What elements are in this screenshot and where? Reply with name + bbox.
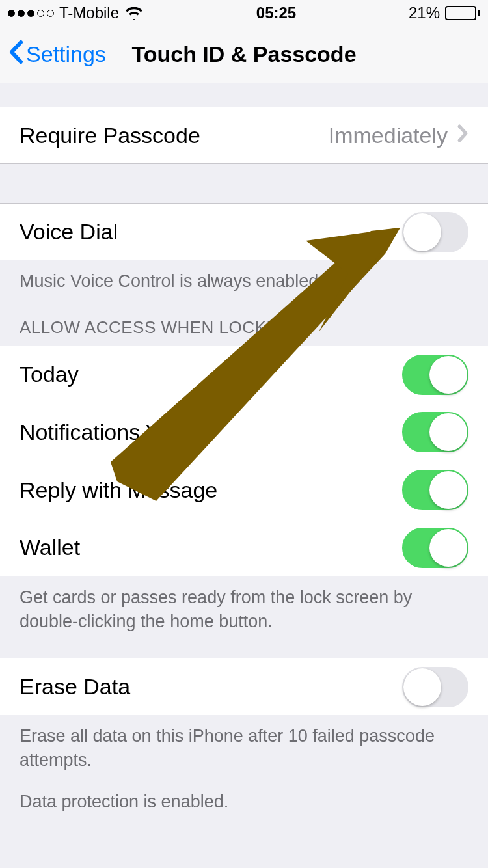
require-passcode-value: Immediately bbox=[329, 123, 448, 148]
wifi-icon bbox=[124, 6, 144, 20]
erase-data-footer-2: Data protection is enabled. bbox=[0, 777, 488, 819]
voice-dial-footer: Music Voice Control is always enabled. bbox=[0, 260, 488, 298]
allow-access-item-label: Today bbox=[20, 362, 402, 387]
battery-icon bbox=[445, 6, 480, 20]
erase-data-row: Erase Data bbox=[0, 658, 488, 715]
voice-dial-label: Voice Dial bbox=[20, 219, 402, 245]
status-clock: 05:25 bbox=[256, 4, 296, 22]
navigation-bar: Settings Touch ID & Passcode bbox=[0, 26, 488, 83]
allow-access-header: ALLOW ACCESS WHEN LOCKED: bbox=[0, 298, 488, 346]
carrier-label: T-Mobile bbox=[59, 4, 119, 22]
back-button-label: Settings bbox=[26, 42, 106, 67]
chevron-left-icon bbox=[8, 40, 23, 70]
allow-access-row: Wallet bbox=[0, 519, 488, 576]
allow-access-row: Today bbox=[0, 346, 488, 403]
status-bar: T-Mobile 05:25 21% bbox=[0, 0, 488, 26]
chevron-right-icon bbox=[457, 123, 468, 148]
allow-access-item-toggle[interactable] bbox=[402, 355, 468, 395]
voice-dial-row: Voice Dial bbox=[0, 203, 488, 260]
erase-data-toggle[interactable] bbox=[402, 667, 468, 707]
signal-strength-icon bbox=[8, 10, 54, 17]
voice-dial-toggle[interactable] bbox=[402, 212, 468, 252]
allow-access-row: Notifications View bbox=[0, 403, 488, 461]
allow-access-item-toggle[interactable] bbox=[402, 528, 468, 568]
erase-data-footer-1: Erase all data on this iPhone after 10 f… bbox=[0, 715, 488, 777]
allow-access-item-toggle[interactable] bbox=[402, 470, 468, 510]
allow-access-item-label: Wallet bbox=[20, 535, 402, 560]
back-button[interactable]: Settings bbox=[0, 40, 106, 70]
erase-data-label: Erase Data bbox=[20, 674, 402, 699]
require-passcode-row[interactable]: Require Passcode Immediately bbox=[0, 107, 488, 164]
allow-access-item-label: Notifications View bbox=[20, 420, 402, 445]
allow-access-row: Reply with Message bbox=[0, 461, 488, 519]
allow-access-item-label: Reply with Message bbox=[20, 478, 402, 503]
require-passcode-label: Require Passcode bbox=[20, 123, 329, 148]
battery-percentage: 21% bbox=[409, 4, 440, 22]
allow-access-item-toggle[interactable] bbox=[402, 412, 468, 452]
allow-access-footer: Get cards or passes ready from the lock … bbox=[0, 576, 488, 638]
